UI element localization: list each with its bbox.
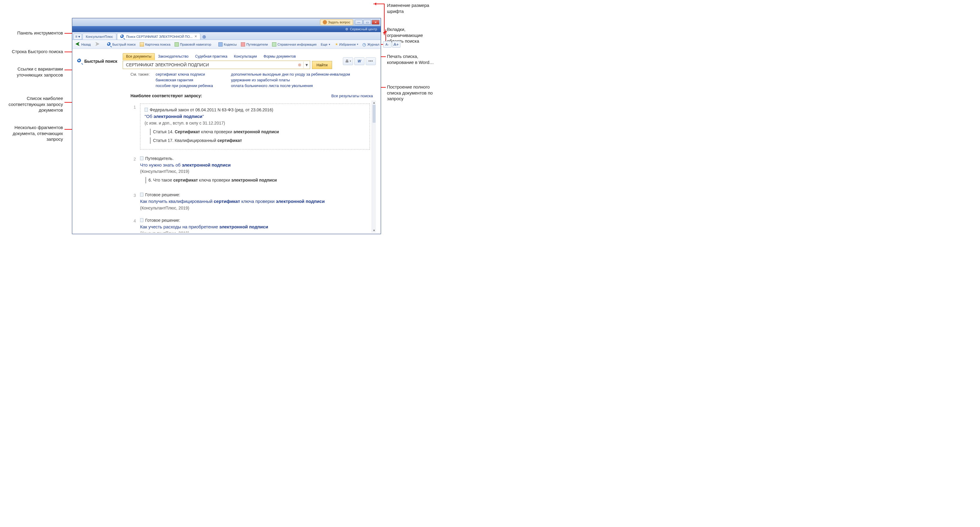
find-button[interactable]: Найти [312, 61, 332, 69]
search-icon [77, 59, 83, 64]
result-body: Федеральный закон от 06.04.2011 N 63-ФЗ … [140, 103, 370, 150]
search-area: Все документы Законодательство Судебная … [123, 53, 332, 69]
more-button[interactable]: Еще [319, 42, 332, 47]
suggest-label: См. также: [130, 72, 150, 88]
search-icon [120, 35, 124, 39]
guides-button[interactable]: Путеводители [239, 41, 270, 48]
person-icon [323, 20, 327, 24]
suggestions: См. также: сертификат ключа подписи банк… [130, 72, 376, 88]
tab-search[interactable]: Поиск СЕРТИФИКАТ ЭЛЕКТРОННОЙ ПО... ✕ [117, 33, 200, 40]
tab-close-icon[interactable]: ✕ [194, 35, 197, 38]
annotation-fragments: Несколько фрагментов документа, отвечающ… [0, 124, 63, 142]
result-item: 3Готовое решение:Как получить квалифицир… [130, 189, 370, 214]
suggest-link[interactable]: пособие при рождении ребенка [156, 83, 213, 88]
search-dropdown-icon[interactable]: ▼ [303, 62, 310, 68]
suggest-col-2: дополнительные выходные дни по уходу за … [231, 72, 350, 88]
result-body: Готовое решение:Как учесть расходы на пр… [140, 217, 370, 233]
tab-home-label: КонсультантПлюс [86, 35, 113, 38]
search-box: ⊗ ▼ [123, 61, 310, 69]
copy-word-button[interactable]: W [354, 57, 364, 65]
ref-info-button[interactable]: Справочная информация [270, 41, 318, 48]
result-item: 2Путеводитель.Что нужно знать об электро… [130, 153, 370, 189]
favorites-button[interactable]: Избранное ▾ [333, 41, 360, 47]
result-title-link[interactable]: Как получить квалифицированный сертифика… [140, 198, 370, 205]
menu-button[interactable]: ≡ ▾ [73, 33, 82, 40]
clear-icon[interactable]: ⊗ [296, 62, 303, 67]
result-title-link[interactable]: "Об электронной подписи" [145, 113, 365, 120]
card-icon [140, 42, 144, 46]
search-icon [107, 42, 111, 46]
result-fragment[interactable]: 6. Что такое сертификат ключа проверки э… [145, 177, 370, 183]
annotation-font: Изменение размера шрифта [387, 2, 438, 14]
font-decrease-button[interactable]: A- [383, 41, 391, 48]
journal-label: Журнал [367, 43, 379, 46]
scope-all[interactable]: Все документы [123, 53, 155, 60]
codexes-button[interactable]: Кодексы [216, 41, 239, 48]
arrow-right-icon: ⮞ [95, 42, 100, 47]
minimize-button[interactable]: — [355, 20, 363, 25]
suggest-link[interactable]: банковская гарантия [156, 78, 213, 82]
star-icon [335, 42, 338, 46]
qs-heading-text: Быстрый поиск [84, 59, 117, 64]
clock-icon [362, 42, 366, 47]
card-search-button[interactable]: Карточка поиска [138, 41, 172, 48]
result-title-link[interactable]: Что нужно знать об электронной подписи [140, 162, 370, 169]
result-title-link[interactable]: Как учесть расходы на приобретение элект… [140, 224, 370, 231]
service-bar: Сервисный центр [72, 26, 381, 32]
result-number: 3 [130, 192, 136, 211]
result-meta: Путеводитель. [140, 156, 370, 162]
print-button[interactable] [343, 57, 353, 65]
ask-question-button[interactable]: Задать вопрос [320, 19, 353, 25]
close-button[interactable]: ✕ [372, 20, 379, 25]
tab-search-label: Поиск СЕРТИФИКАТ ЭЛЕКТРОННОЙ ПО... [126, 35, 192, 38]
result-actions: W [343, 57, 376, 65]
result-subtitle: (КонсультантПлюс, 2019) [140, 230, 370, 232]
scope-court[interactable]: Судебная практика [192, 53, 231, 60]
scroll-thumb[interactable] [372, 105, 375, 123]
legal-nav-button[interactable]: Правовой навигатор [173, 41, 213, 48]
gear-icon [345, 27, 348, 31]
search-input[interactable] [123, 62, 296, 67]
results-header: Наиболее соответствуют запросу: Все резу… [130, 93, 376, 98]
annotation-qs: Строка Быстрого поиска [0, 49, 63, 55]
suggest-link[interactable]: оплата больничного листа после увольнени… [231, 83, 350, 88]
more-actions-button[interactable] [366, 57, 376, 65]
suggest-col-1: сертификат ключа подписи банковская гара… [156, 72, 213, 88]
forward-button[interactable]: ⮞ [93, 41, 102, 48]
annotation-results: Список наиболее соответствующих запросу … [0, 96, 63, 113]
result-meta: Готовое решение: [140, 192, 370, 198]
suggest-link[interactable]: сертификат ключа подписи [156, 72, 213, 76]
suggest-link[interactable]: дополнительные выходные дни по уходу за … [231, 72, 350, 76]
maximize-button[interactable]: ▭ [363, 20, 371, 25]
result-fragment[interactable]: Статья 17. Квалифицированный сертификат [150, 137, 365, 144]
scope-forms[interactable]: Формы документов [260, 53, 299, 60]
quick-search-button[interactable]: Быстрый поиск [105, 41, 137, 48]
toolbar: ⮜ Назад ⮞ Быстрый поиск Карточка поиска … [72, 40, 381, 49]
quick-search-row: Быстрый поиск Все документы Законодатель… [77, 53, 376, 69]
annotation-suggest: Ссылки с вариантами уточняющих запросов [0, 66, 63, 78]
annotation-toolbar: Панель инструментов [0, 30, 63, 36]
more-label: Еще [321, 43, 327, 46]
result-fragment[interactable]: Статья 14. Сертификат ключа проверки эле… [150, 129, 365, 135]
scope-legislation[interactable]: Законодательство [155, 53, 192, 60]
scrollbar[interactable]: ▲ ▼ [372, 100, 376, 232]
book-icon [218, 42, 223, 46]
new-tab-button[interactable]: ⊕ [201, 33, 207, 40]
suggest-link[interactable]: удержание из заработной платы [231, 78, 350, 82]
all-results-link[interactable]: Все результаты поиска [331, 94, 373, 98]
journal-button[interactable]: Журнал [361, 41, 381, 48]
tab-home[interactable]: КонсультантПлюс [83, 33, 116, 40]
result-meta: Федеральный закон от 06.04.2011 N 63-ФЗ … [145, 107, 365, 113]
result-body: Путеводитель.Что нужно знать об электрон… [140, 156, 370, 186]
back-button[interactable]: ⮜ Назад [73, 41, 93, 48]
window-controls: — ▭ ✕ [355, 20, 379, 25]
arrow-seg [374, 3, 384, 4]
scope-consult[interactable]: Консультации [231, 53, 260, 60]
font-increase-button[interactable]: A+ [392, 41, 401, 48]
result-subtitle: (КонсультантПлюс, 2019) [140, 168, 370, 175]
scroll-up-icon[interactable]: ▲ [372, 100, 376, 105]
window-titlebar: Задать вопрос — ▭ ✕ [72, 18, 381, 26]
scroll-down-icon[interactable]: ▼ [372, 228, 376, 232]
result-fragments: Статья 14. Сертификат ключа проверки эле… [150, 129, 365, 144]
service-center-link[interactable]: Сервисный центр [350, 27, 377, 31]
